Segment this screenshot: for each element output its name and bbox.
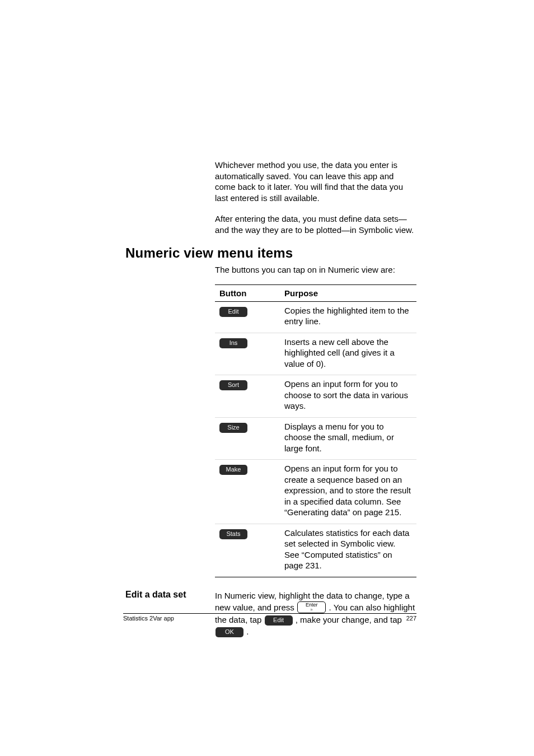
intro-line: The buttons you can tap on in Numeric vi… bbox=[215, 264, 416, 276]
make-button-icon: Make bbox=[219, 465, 247, 475]
edit-button-icon: Edit bbox=[219, 307, 247, 317]
table-row: Make Opens an input form for you to crea… bbox=[215, 460, 416, 524]
table-row: Edit Copies the highlighted item to the … bbox=[215, 301, 416, 333]
section-title-numeric-view-menu-items: Numeric view menu items bbox=[125, 245, 416, 261]
purpose-ins: Inserts a new cell above the highlighted… bbox=[280, 333, 416, 375]
purpose-stats: Calculates statistics for each data set … bbox=[280, 524, 416, 577]
purpose-make: Opens an input form for you to create a … bbox=[280, 460, 416, 524]
ok-button-inline-icon: OK bbox=[216, 627, 243, 637]
buttons-table: Button Purpose Edit Copies the highlight… bbox=[215, 284, 416, 577]
page-footer: Statistics 2Var app 227 bbox=[123, 613, 416, 622]
subsection-edit-a-data-set: Edit a data set bbox=[125, 590, 199, 600]
edit-post-text: . bbox=[246, 627, 249, 636]
purpose-size: Displays a menu for you to choose the sm… bbox=[280, 417, 416, 460]
footer-page-number: 227 bbox=[406, 615, 416, 622]
purpose-edit: Copies the highlighted item to the entry… bbox=[280, 301, 416, 333]
table-row: Stats Calculates statistics for each dat… bbox=[215, 524, 416, 577]
ins-button-icon: Ins bbox=[219, 338, 247, 348]
size-button-icon: Size bbox=[219, 423, 247, 433]
table-row: Sort Opens an input form for you to choo… bbox=[215, 375, 416, 418]
paragraph-auto-save: Whichever method you use, the data you e… bbox=[215, 160, 416, 203]
sort-button-icon: Sort bbox=[219, 380, 247, 390]
table-row: Size Displays a menu for you to choose t… bbox=[215, 417, 416, 460]
stats-button-icon: Stats bbox=[219, 529, 247, 539]
table-row: Ins Inserts a new cell above the highlig… bbox=[215, 333, 416, 375]
footer-app-name: Statistics 2Var app bbox=[123, 615, 174, 622]
enter-key-icon: Enter≈ bbox=[297, 601, 326, 614]
table-header-button: Button bbox=[215, 284, 280, 301]
purpose-sort: Opens an input form for you to choose to… bbox=[280, 375, 416, 418]
table-header-purpose: Purpose bbox=[280, 284, 416, 301]
paragraph-define-sets: After entering the data, you must define… bbox=[215, 213, 416, 235]
